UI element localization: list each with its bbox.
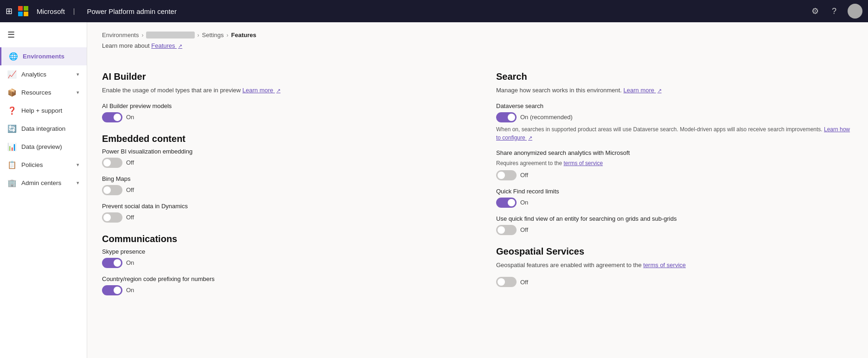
- toggle-knob: [114, 287, 121, 294]
- sidebar-item-admin-centers[interactable]: 🏢 Admin centers ▾: [0, 174, 87, 192]
- skype-presence-toggle[interactable]: [102, 258, 122, 268]
- toggle-knob: [103, 214, 111, 221]
- power-bi-embedding-label: Power BI visualization embedding: [102, 148, 459, 155]
- quick-find-limits-toggle[interactable]: [496, 198, 517, 208]
- feature-bing-maps: Bing Maps Off: [102, 175, 459, 195]
- sidebar-label-data-preview: Data (preview): [21, 143, 79, 150]
- resources-icon: 📦: [7, 88, 17, 97]
- breadcrumb-env-name: ██████████: [146, 32, 194, 38]
- geospatial-services-title: Geospatial Services: [496, 246, 853, 257]
- sidebar-label-resources: Resources: [21, 89, 72, 96]
- geospatial-toggle[interactable]: [496, 277, 517, 287]
- microsoft-label: Microsoft: [37, 7, 65, 15]
- geospatial-terms-link[interactable]: terms of service: [643, 262, 686, 268]
- sidebar-item-policies[interactable]: 📋 Policies ▾: [0, 156, 87, 174]
- toggle-knob: [498, 226, 505, 234]
- ai-builder-learn-more-link[interactable]: Learn more ↗: [243, 87, 281, 94]
- quick-find-view-label: Use quick find view of an entity for sea…: [496, 215, 853, 222]
- search-desc: Manage how search works in this environm…: [496, 86, 853, 95]
- breadcrumb: Environments › ██████████ › Settings › F…: [102, 32, 853, 38]
- help-support-icon: ❓: [7, 106, 17, 115]
- dataverse-search-state: On (recommended): [520, 114, 573, 121]
- waffle-icon[interactable]: ⊞: [6, 6, 13, 16]
- toggle-knob: [498, 172, 505, 179]
- quick-find-limits-toggle-row: On: [496, 198, 853, 208]
- dataverse-search-toggle[interactable]: [496, 112, 517, 122]
- quick-find-view-state: Off: [520, 226, 528, 233]
- environments-icon: 🌐: [9, 52, 18, 61]
- share-search-analytics-toggle[interactable]: [496, 170, 517, 180]
- quick-find-limits-state: On: [520, 199, 528, 206]
- learn-more-prefix: Learn more about: [102, 42, 151, 49]
- bing-maps-toggle[interactable]: [102, 185, 122, 195]
- configure-link[interactable]: Learn how to configure ↗: [496, 126, 850, 141]
- country-code-label: Country/region code prefixing for number…: [102, 275, 459, 282]
- geospatial-toggle-row: Off: [496, 277, 853, 287]
- quick-find-view-toggle[interactable]: [496, 225, 517, 235]
- search-learn-more-link[interactable]: Learn more ↗: [624, 87, 662, 94]
- country-code-toggle-row: On: [102, 285, 459, 295]
- feature-dataverse-search: Dataverse search On (recommended) When o…: [496, 102, 853, 142]
- sidebar-item-resources[interactable]: 📦 Resources ▾: [0, 83, 87, 102]
- external-link-icon: ↗: [528, 135, 532, 141]
- ai-builder-preview-toggle-row: On: [102, 112, 459, 122]
- dataverse-search-label: Dataverse search: [496, 102, 853, 109]
- sidebar-item-analytics[interactable]: 📈 Analytics ▾: [0, 65, 87, 83]
- dataverse-search-toggle-row: On (recommended): [496, 112, 853, 122]
- ai-builder-preview-toggle[interactable]: [102, 112, 122, 122]
- toggle-knob: [498, 278, 505, 286]
- share-search-analytics-label: Share anonymized search analytics with M…: [496, 149, 853, 156]
- avatar[interactable]: [848, 4, 862, 19]
- quick-find-view-toggle-row: Off: [496, 225, 853, 235]
- feature-share-search-analytics: Share anonymized search analytics with M…: [496, 149, 853, 180]
- feature-geospatial: Off: [496, 277, 853, 287]
- left-column: AI Builder Enable the usage of model typ…: [102, 60, 459, 303]
- prevent-social-toggle-row: Off: [102, 212, 459, 223]
- terms-of-service-link-1[interactable]: terms of service: [563, 160, 603, 166]
- embedded-content-title: Embedded content: [102, 134, 459, 144]
- sidebar-item-data-integration[interactable]: 🔄 Data integration: [0, 120, 87, 138]
- dataverse-search-note: When on, searches in supported product a…: [496, 125, 853, 142]
- share-search-analytics-state: Off: [520, 172, 528, 179]
- share-search-analytics-note: Requires agreement to the terms of servi…: [496, 159, 853, 167]
- sidebar-item-help-support[interactable]: ❓ Help + support: [0, 102, 87, 120]
- sidebar-label-admin-centers: Admin centers: [21, 179, 72, 186]
- external-link-icon: ↗: [178, 43, 182, 49]
- breadcrumb-settings[interactable]: Settings: [202, 32, 224, 38]
- skype-presence-state: On: [126, 259, 134, 266]
- hamburger-icon[interactable]: ☰: [0, 26, 87, 47]
- power-bi-toggle[interactable]: [102, 158, 122, 168]
- toggle-knob: [103, 159, 111, 166]
- admin-centers-icon: 🏢: [7, 179, 17, 187]
- settings-icon[interactable]: ⚙: [811, 6, 819, 16]
- data-preview-icon: 📊: [7, 142, 17, 151]
- sidebar-label-data-integration: Data integration: [21, 125, 79, 132]
- toggle-knob: [114, 114, 121, 121]
- help-icon[interactable]: ?: [832, 6, 836, 16]
- breadcrumb-environments[interactable]: Environments: [102, 32, 139, 38]
- feature-quick-find-view: Use quick find view of an entity for sea…: [496, 215, 853, 235]
- skype-presence-toggle-row: On: [102, 258, 459, 268]
- sidebar-label-help-support: Help + support: [21, 107, 79, 114]
- power-bi-toggle-row: Off: [102, 158, 459, 168]
- share-search-analytics-toggle-row: Off: [496, 170, 853, 180]
- main-content: Environments › ██████████ › Settings › F…: [87, 22, 868, 358]
- bing-maps-state: Off: [126, 186, 134, 193]
- topbar: ⊞ Microsoft | Power Platform admin cente…: [0, 0, 868, 22]
- country-code-state: On: [126, 287, 134, 294]
- sidebar-item-data-preview[interactable]: 📊 Data (preview): [0, 138, 87, 156]
- country-code-toggle[interactable]: [102, 285, 122, 295]
- policies-icon: 📋: [7, 160, 17, 169]
- prevent-social-toggle[interactable]: [102, 212, 122, 223]
- sidebar-item-environments[interactable]: 🌐 Environments: [0, 47, 87, 65]
- prevent-social-state: Off: [126, 214, 134, 221]
- features-link[interactable]: Features ↗: [151, 42, 182, 49]
- feature-prevent-social-data: Prevent social data in Dynamics Off: [102, 203, 459, 223]
- chevron-down-icon: ▾: [77, 71, 79, 77]
- ai-builder-preview-state: On: [126, 114, 134, 121]
- learn-more-bar: Learn more about Features ↗: [102, 42, 853, 49]
- toggle-knob: [103, 186, 111, 194]
- prevent-social-data-label: Prevent social data in Dynamics: [102, 203, 459, 210]
- ai-builder-preview-label: AI Builder preview models: [102, 102, 459, 109]
- app-title: Power Platform admin center: [87, 7, 176, 15]
